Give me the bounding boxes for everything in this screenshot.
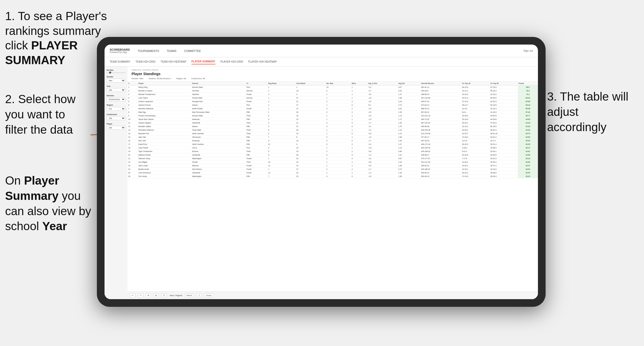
table-cell: 5 bbox=[351, 153, 367, 157]
table-cell: 17 bbox=[127, 143, 138, 146]
subnav-team-h2h-grid[interactable]: TEAM H2H GRID bbox=[136, 59, 156, 64]
table-cell: 3 bbox=[267, 114, 295, 118]
subnav-player-h2h-grid[interactable]: PLAYER H2H GRID bbox=[221, 59, 243, 64]
toolbar-watch[interactable]: Watch bbox=[185, 294, 194, 297]
filter-gender: Gender Men bbox=[107, 76, 125, 82]
table-cell: 1 bbox=[326, 164, 351, 168]
table-cell: 43.81 bbox=[518, 150, 538, 153]
table-cell: 0 bbox=[326, 135, 351, 139]
table-cell: 24-31-3 bbox=[461, 96, 490, 100]
table-row: 18Luke PowellUCLAFirst42411-1.81.13500-1… bbox=[127, 146, 538, 150]
table-cell: 0 bbox=[351, 125, 367, 128]
toolbar-undo[interactable]: ↩ bbox=[130, 294, 135, 297]
table-cell: 1 bbox=[326, 128, 351, 132]
division-filter-display: Division: NCAA Division I bbox=[149, 77, 171, 80]
instruction-step4: 3. The table will adjust accordingly bbox=[547, 89, 634, 135]
table-cell: 429-198-22 bbox=[420, 150, 461, 153]
table-cell: 0 bbox=[326, 175, 351, 178]
table-cell: 0 bbox=[351, 121, 367, 125]
table-cell: -2.7 bbox=[367, 89, 397, 93]
table-cell: 2 bbox=[351, 150, 367, 153]
table-cell: North Carolina bbox=[191, 132, 246, 135]
table-cell: 1.13 bbox=[397, 146, 420, 150]
table-cell: 1.15 bbox=[397, 128, 420, 132]
table-cell: 25-42-3 bbox=[490, 157, 518, 160]
table-cell: Bastien Amat bbox=[138, 168, 191, 171]
table-cell: 13 bbox=[127, 128, 138, 132]
region-filter-display: Region: All bbox=[176, 77, 186, 80]
table-cell: 44-64-6 bbox=[490, 114, 518, 118]
toolbar-copy[interactable]: ⧉ bbox=[146, 294, 151, 298]
subnav-player-summary[interactable]: PLAYER SUMMARY bbox=[191, 59, 215, 64]
table-cell: First bbox=[246, 103, 268, 107]
table-cell: Maxwell Ford bbox=[138, 132, 191, 135]
table-cell: 40.02 bbox=[518, 168, 538, 171]
toolbar-filter[interactable]: ⊞ bbox=[153, 294, 159, 297]
subnav-team-h2h-heatmap[interactable]: TEAM H2H HEATMAP bbox=[161, 59, 186, 64]
table-cell: 605-96-38 bbox=[420, 125, 461, 128]
nav-committee[interactable]: COMMITTEE bbox=[184, 48, 201, 54]
filter-no-rds-slider[interactable] bbox=[107, 72, 125, 73]
filter-conference-select[interactable]: (All) bbox=[107, 116, 125, 120]
table-cell: -1.0 bbox=[367, 128, 397, 132]
table-cell: 0 bbox=[326, 153, 351, 157]
table-cell: Fourth bbox=[246, 164, 268, 168]
table-row: 22Ian GilliganFloridaThird102411-0.81.43… bbox=[127, 160, 538, 164]
table-cell: Cole Sherwood bbox=[138, 171, 191, 175]
table-cell: Florida State bbox=[191, 96, 246, 100]
table-cell: Fourth bbox=[246, 100, 268, 103]
filter-year-select[interactable]: (All) bbox=[107, 88, 125, 92]
table-cell: 2 bbox=[127, 89, 138, 93]
table-row: 6Jackson KoivunAuburnFirst227160.02.7267… bbox=[127, 103, 538, 107]
table-cell: 616-168-22 bbox=[420, 168, 461, 171]
table-cell: 2.34 bbox=[397, 100, 420, 103]
toolbar-clock[interactable]: ⏱ bbox=[161, 294, 167, 297]
filter-region-select[interactable]: N/A bbox=[107, 107, 125, 111]
table-cell: Fourth bbox=[246, 107, 268, 110]
header-right: Sign out bbox=[523, 49, 533, 52]
filter-division-select[interactable]: NCAA Division I bbox=[107, 98, 125, 101]
nav-tournaments[interactable]: TOURNAMENTS bbox=[137, 48, 159, 54]
table-cell: 0 bbox=[326, 121, 351, 125]
table-cell: Washington bbox=[191, 175, 246, 178]
table-cell: 22-29-7 bbox=[461, 132, 490, 135]
table-cell: Fifth bbox=[246, 143, 268, 146]
sign-out-link[interactable]: Sign out bbox=[523, 49, 533, 52]
table-cell: 547-142-38 bbox=[420, 96, 461, 100]
table-cell: -1.6 bbox=[367, 175, 397, 178]
subnav-player-h2h-heatmap[interactable]: PLAYER H2H HEATMAP bbox=[248, 59, 277, 64]
step3-bold2: Summary bbox=[5, 189, 59, 202]
nav-teams[interactable]: TEAMS bbox=[167, 48, 176, 54]
table-cell: 1 bbox=[351, 135, 367, 139]
toolbar-share[interactable]: Share bbox=[204, 294, 213, 297]
table-cell: Arizona bbox=[191, 150, 246, 153]
table-cell: 2 bbox=[267, 103, 295, 107]
toolbar-redo[interactable]: ↪ bbox=[138, 294, 143, 297]
table-cell: 23 bbox=[295, 150, 326, 153]
filter-player-select[interactable]: (All) bbox=[107, 126, 125, 130]
table-cell: 66.04 bbox=[518, 96, 538, 100]
table-cell: 1.66 bbox=[397, 135, 420, 139]
table-cell: 26 bbox=[127, 175, 138, 178]
table-cell: 1.92 bbox=[397, 139, 420, 143]
table-title: Player Standings bbox=[132, 72, 534, 76]
table-cell: 24 bbox=[295, 160, 326, 164]
table-cell: 0.96 bbox=[397, 150, 420, 153]
col-rds: No. Rds. bbox=[326, 81, 351, 86]
table-cell: -0.6 bbox=[367, 150, 397, 153]
table-cell: 3.07 bbox=[397, 86, 420, 89]
table-cell: 43.49 bbox=[518, 121, 538, 125]
table-cell: 40.75 bbox=[518, 132, 538, 135]
table-cell: 29-38-2 bbox=[490, 160, 518, 164]
table-cell: 0 bbox=[351, 132, 367, 135]
toolbar-export[interactable]: ⤓ bbox=[197, 294, 202, 297]
table-cell: Tennessee bbox=[191, 135, 246, 139]
table-area: Update time: 27/03/2024 16:56:26 Player … bbox=[127, 66, 538, 299]
subnav-team-summary[interactable]: TEAM SUMMARY bbox=[110, 59, 131, 64]
table-cell: 3 bbox=[127, 93, 138, 96]
table-cell: 3 bbox=[267, 132, 295, 135]
data-table-wrapper[interactable]: # Player School Yr Reg Rank Conf Rank No… bbox=[127, 81, 538, 292]
table-cell: Fifth bbox=[246, 139, 268, 143]
col-school: School bbox=[191, 81, 246, 86]
filter-gender-select[interactable]: Men bbox=[107, 79, 125, 82]
